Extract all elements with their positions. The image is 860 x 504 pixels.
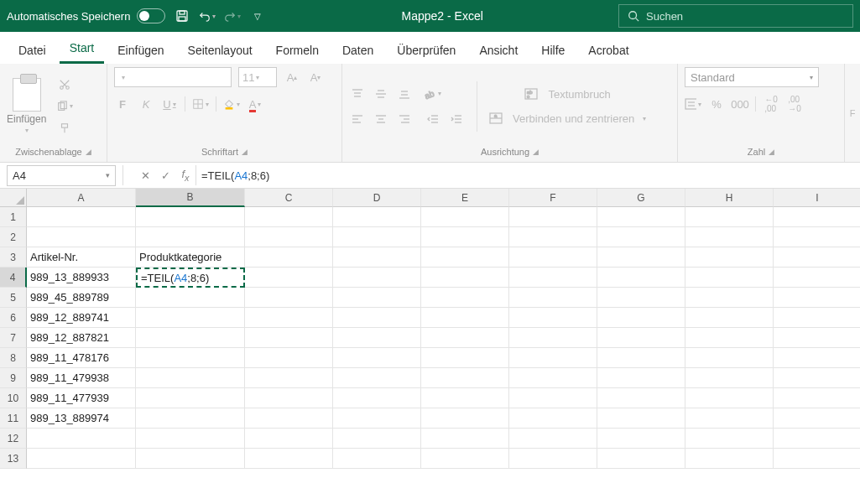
cell-A12[interactable]	[27, 429, 136, 449]
cell-B12[interactable]	[136, 429, 245, 449]
wrap-text-button[interactable]: abc Textumbruch	[489, 88, 646, 101]
decrease-indent-icon[interactable]	[425, 111, 441, 127]
row-header[interactable]: 7	[0, 328, 27, 348]
cell-C11[interactable]	[245, 408, 333, 429]
cell-A2[interactable]	[27, 227, 136, 247]
increase-decimal-icon[interactable]: ←0,00	[763, 96, 779, 112]
cell-H12[interactable]	[685, 429, 774, 449]
cell-D11[interactable]	[333, 408, 421, 429]
tab-ansicht[interactable]: Ansicht	[469, 35, 528, 64]
cell-B13[interactable]	[136, 449, 245, 469]
cell-B11[interactable]	[136, 408, 245, 429]
cell-E9[interactable]	[421, 368, 509, 388]
cell-G9[interactable]	[597, 368, 685, 388]
italic-button[interactable]: K	[138, 96, 154, 112]
col-header[interactable]: F	[509, 189, 597, 207]
cell-I5[interactable]	[774, 288, 860, 308]
cell-F4[interactable]	[509, 268, 597, 288]
name-box[interactable]: A4 ▾	[7, 165, 116, 186]
cell-C9[interactable]	[245, 368, 333, 388]
cell-E12[interactable]	[421, 429, 509, 449]
cell-E4[interactable]	[421, 268, 509, 288]
cell-C6[interactable]	[245, 308, 333, 328]
cell-I12[interactable]	[774, 429, 860, 449]
merge-button[interactable]: a Verbinden und zentrieren	[489, 112, 646, 125]
cell-D9[interactable]	[333, 368, 421, 388]
cell-E7[interactable]	[421, 328, 509, 348]
cell-H13[interactable]	[685, 449, 774, 469]
cell-G13[interactable]	[597, 449, 685, 469]
font-name-combo[interactable]	[114, 67, 232, 87]
col-header[interactable]: C	[245, 189, 333, 207]
cell-F8[interactable]	[509, 348, 597, 368]
row-header[interactable]: 11	[0, 408, 27, 429]
font-size-combo[interactable]: 11	[238, 67, 277, 87]
cell-F1[interactable]	[509, 207, 597, 227]
cell-E3[interactable]	[421, 247, 509, 268]
row-header[interactable]: 10	[0, 388, 27, 408]
cell-H3[interactable]	[685, 247, 774, 268]
row-header[interactable]: 4	[0, 268, 27, 288]
increase-indent-icon[interactable]	[448, 111, 465, 127]
cell-G4[interactable]	[597, 268, 685, 288]
percent-format-icon[interactable]: %	[708, 96, 725, 112]
row-header[interactable]: 5	[0, 288, 27, 308]
col-header[interactable]: H	[685, 189, 774, 207]
bold-button[interactable]: F	[114, 96, 131, 112]
row-header[interactable]: 13	[0, 449, 27, 469]
tab-ueberpruefen[interactable]: Überprüfen	[387, 35, 466, 64]
row-header[interactable]: 2	[0, 227, 27, 247]
decrease-decimal-icon[interactable]: ,00→0	[786, 96, 803, 112]
dialog-launcher-icon[interactable]: ◢	[769, 148, 774, 156]
align-center-icon[interactable]	[373, 111, 389, 127]
tab-daten[interactable]: Daten	[332, 35, 383, 64]
cell-D4[interactable]	[333, 268, 421, 288]
formula-bar[interactable]: =TEIL(A4;8;6)	[196, 169, 860, 182]
cell-G5[interactable]	[597, 288, 685, 308]
cell-C2[interactable]	[245, 227, 333, 247]
cell-A13[interactable]	[27, 449, 136, 469]
align-right-icon[interactable]	[396, 111, 413, 127]
select-all-corner[interactable]	[0, 189, 27, 207]
col-header[interactable]: B	[136, 189, 245, 207]
col-header[interactable]: A	[27, 189, 136, 207]
cell-E2[interactable]	[421, 227, 509, 247]
tab-formeln[interactable]: Formeln	[266, 35, 329, 64]
cell-H1[interactable]	[685, 207, 774, 227]
cell-H7[interactable]	[685, 328, 774, 348]
cell-B4[interactable]: =TEIL(A4;8;6)	[136, 268, 245, 288]
col-header[interactable]: G	[597, 189, 685, 207]
col-header[interactable]: D	[333, 189, 421, 207]
cell-D6[interactable]	[333, 308, 421, 328]
cell-D13[interactable]	[333, 449, 421, 469]
fx-button[interactable]: fx	[175, 168, 195, 183]
cell-H5[interactable]	[685, 288, 774, 308]
cell-F9[interactable]	[509, 368, 597, 388]
tab-seitenlayout[interactable]: Seitenlayout	[178, 35, 263, 64]
align-bottom-icon[interactable]	[396, 86, 413, 102]
cell-E8[interactable]	[421, 348, 509, 368]
cell-F3[interactable]	[509, 247, 597, 268]
cell-I7[interactable]	[774, 328, 860, 348]
cell-G8[interactable]	[597, 348, 685, 368]
cell-C12[interactable]	[245, 429, 333, 449]
border-button[interactable]	[192, 96, 209, 112]
cell-I10[interactable]	[774, 388, 860, 408]
tab-start[interactable]: Start	[60, 33, 105, 64]
cell-A9[interactable]: 989_11_479938	[27, 368, 136, 388]
cell-B8[interactable]	[136, 348, 245, 368]
cell-A11[interactable]: 989_13_889974	[27, 408, 136, 429]
cell-D3[interactable]	[333, 247, 421, 268]
tab-datei[interactable]: Datei	[8, 35, 56, 64]
qat-customize-icon[interactable]: ▽	[249, 8, 266, 24]
cell-I1[interactable]	[774, 207, 860, 227]
cell-B1[interactable]	[136, 207, 245, 227]
cell-D7[interactable]	[333, 328, 421, 348]
cell-D5[interactable]	[333, 288, 421, 308]
redo-button[interactable]	[224, 8, 241, 24]
cell-H6[interactable]	[685, 308, 774, 328]
cell-C10[interactable]	[245, 388, 333, 408]
cell-F11[interactable]	[509, 408, 597, 429]
cell-E6[interactable]	[421, 308, 509, 328]
cell-G3[interactable]	[597, 247, 685, 268]
